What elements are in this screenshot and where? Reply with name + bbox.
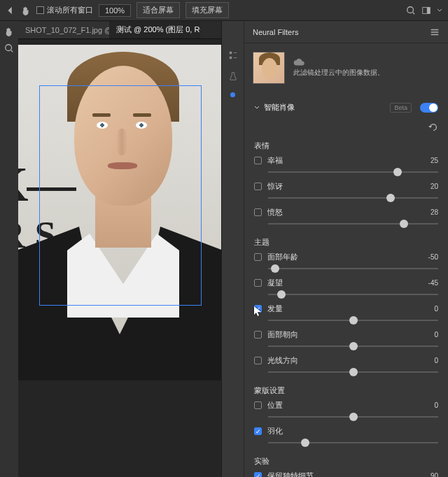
tab-inactive[interactable]: SHOT_10_072_F1.jpg @ 50%(R...× bbox=[18, 22, 109, 38]
group-subject: 主题 bbox=[244, 232, 448, 250]
svg-rect-5 bbox=[229, 57, 232, 59]
zoom-tool-icon[interactable] bbox=[4, 43, 14, 53]
slider-knob[interactable] bbox=[349, 316, 358, 325]
canvas[interactable]: K— R S bbox=[18, 39, 221, 477]
svg-rect-2 bbox=[427, 7, 430, 13]
slider-track[interactable] bbox=[268, 346, 438, 347]
slider-checkbox[interactable] bbox=[254, 331, 262, 339]
panel-header: Neural Filters bbox=[244, 21, 448, 43]
slider-knob[interactable] bbox=[271, 264, 279, 273]
slider-knob[interactable] bbox=[349, 342, 358, 350]
zoom-input[interactable]: 100% bbox=[99, 4, 131, 17]
slider-knob[interactable] bbox=[400, 220, 408, 228]
slider-value: 28 bbox=[430, 208, 438, 216]
slider-幸福[interactable]: 幸福25 bbox=[244, 154, 448, 180]
beta-badge: Beta bbox=[390, 103, 412, 113]
group-mask: 蒙版设置 bbox=[244, 380, 448, 399]
slider-knob[interactable] bbox=[393, 168, 402, 176]
panel-sidebar bbox=[222, 21, 244, 477]
slider-checkbox[interactable] bbox=[254, 472, 262, 477]
section-header[interactable]: 智能肖像 Beta bbox=[254, 98, 438, 117]
search-icon[interactable] bbox=[406, 6, 416, 15]
hand-tool-icon[interactable] bbox=[4, 27, 14, 36]
slider-label: 愤怒 bbox=[267, 207, 425, 218]
active-filter-dot[interactable] bbox=[230, 92, 235, 97]
group-experiment: 实验 bbox=[244, 450, 448, 469]
slider-label: 凝望 bbox=[267, 278, 423, 288]
menu-icon[interactable] bbox=[430, 27, 440, 37]
slider-checkbox[interactable] bbox=[254, 401, 262, 409]
slider-checkbox[interactable] bbox=[254, 183, 262, 190]
svg-point-3 bbox=[6, 45, 12, 51]
slider-track[interactable] bbox=[268, 268, 438, 269]
hand-icon[interactable] bbox=[21, 6, 31, 15]
slider-label: 幸福 bbox=[267, 155, 425, 166]
svg-rect-4 bbox=[229, 52, 232, 55]
chevron-down-icon bbox=[254, 105, 260, 111]
slider-面部年龄[interactable]: 面部年龄-50 bbox=[244, 250, 448, 276]
slider-knob[interactable] bbox=[386, 194, 395, 202]
slider-value: 0 bbox=[434, 357, 438, 364]
slider-label: 羽化 bbox=[267, 426, 433, 436]
tab-active[interactable]: 测试 @ 200% (图层 0, RGB/8) *× bbox=[109, 21, 200, 38]
fill-screen-button[interactable]: 填充屏幕 bbox=[186, 2, 229, 18]
slider-羽化[interactable]: 羽化 bbox=[244, 425, 448, 450]
slider-track[interactable] bbox=[268, 171, 438, 173]
slider-保留独特细节[interactable]: 保留独特细节90 bbox=[244, 469, 448, 477]
slider-checkbox[interactable] bbox=[254, 157, 262, 164]
slider-位置[interactable]: 位置0 bbox=[244, 399, 448, 425]
group-expression: 表情 bbox=[244, 135, 448, 154]
slider-惊讶[interactable]: 惊讶20 bbox=[244, 180, 448, 206]
slider-label: 保留独特细节 bbox=[267, 471, 425, 477]
slider-checkbox[interactable] bbox=[254, 357, 262, 364]
slider-checkbox[interactable] bbox=[254, 253, 262, 261]
slider-愤怒[interactable]: 愤怒28 bbox=[244, 206, 448, 232]
fit-screen-button[interactable]: 适合屏幕 bbox=[136, 2, 180, 18]
slider-checkbox[interactable] bbox=[254, 208, 262, 216]
slider-value: 0 bbox=[434, 305, 438, 313]
slider-checkbox[interactable] bbox=[254, 427, 262, 435]
slider-knob[interactable] bbox=[277, 290, 286, 299]
slider-knob[interactable] bbox=[349, 368, 358, 376]
slider-光线方向[interactable]: 光线方向0 bbox=[244, 354, 448, 380]
face-thumbnail[interactable] bbox=[253, 52, 285, 84]
scroll-all-checkbox[interactable]: 滚动所有窗口 bbox=[36, 5, 93, 15]
neural-filters-panel: Neural Filters 此滤镜处理云中的图像数据。 智能肖像 Beta bbox=[221, 21, 448, 477]
cursor-icon bbox=[254, 306, 262, 318]
slider-label: 面部朝向 bbox=[267, 329, 428, 340]
back-icon[interactable] bbox=[6, 6, 15, 15]
left-toolbar bbox=[0, 21, 18, 477]
slider-knob[interactable] bbox=[301, 439, 309, 447]
filter-toggle[interactable] bbox=[420, 103, 438, 113]
slider-value: 25 bbox=[430, 157, 438, 164]
slider-track[interactable] bbox=[268, 223, 438, 225]
filters-list-icon[interactable] bbox=[228, 50, 238, 60]
slider-value: 90 bbox=[430, 472, 438, 477]
slider-value: -45 bbox=[428, 279, 438, 287]
slider-knob[interactable] bbox=[349, 413, 358, 421]
selection-rect[interactable] bbox=[39, 85, 202, 306]
photo-preview: K— R S bbox=[18, 45, 221, 380]
cloud-text: 此滤镜处理云中的图像数据。 bbox=[293, 68, 384, 78]
slider-track[interactable] bbox=[268, 416, 438, 418]
slider-checkbox[interactable] bbox=[254, 279, 262, 287]
slider-凝望[interactable]: 凝望-45 bbox=[244, 276, 448, 302]
panel-title: Neural Filters bbox=[253, 28, 298, 36]
slider-发量[interactable]: 发量0 bbox=[244, 302, 448, 328]
slider-value: 0 bbox=[434, 401, 438, 409]
slider-track[interactable] bbox=[268, 294, 438, 295]
slider-track[interactable] bbox=[268, 371, 438, 373]
slider-value: -50 bbox=[428, 253, 438, 261]
workspace-icon[interactable] bbox=[421, 6, 431, 15]
reset-icon[interactable] bbox=[428, 122, 438, 132]
slider-面部朝向[interactable]: 面部朝向0 bbox=[244, 328, 448, 354]
slider-track[interactable] bbox=[268, 197, 438, 199]
slider-track[interactable] bbox=[268, 320, 438, 321]
beaker-icon[interactable] bbox=[228, 71, 238, 81]
slider-track[interactable] bbox=[268, 442, 438, 443]
slider-label: 光线方向 bbox=[267, 355, 428, 366]
slider-label: 发量 bbox=[267, 304, 428, 314]
slider-label: 位置 bbox=[267, 400, 428, 411]
cloud-icon bbox=[293, 58, 306, 66]
chevron-down-icon[interactable] bbox=[437, 6, 442, 15]
